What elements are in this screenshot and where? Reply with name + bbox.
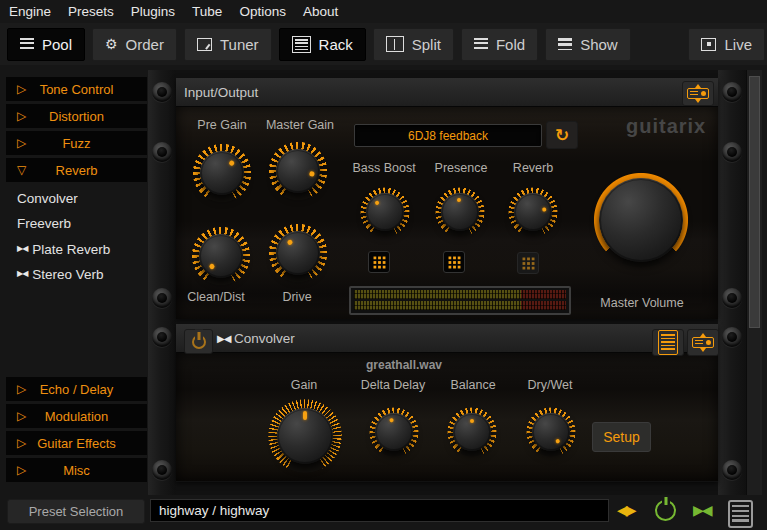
chevron-right-icon: ▷: [17, 464, 26, 476]
menu-options[interactable]: Options: [239, 4, 286, 19]
screw: [152, 82, 172, 102]
category-label: Modulation: [45, 409, 109, 424]
menu-presets[interactable]: Presets: [68, 4, 114, 19]
convolver-plugin-bar-button[interactable]: [687, 329, 719, 356]
plugin-label: Convolver: [17, 191, 78, 206]
sidebar-item-reverb[interactable]: ▽ Reverb: [6, 158, 147, 182]
jack-connect-icon[interactable]: ▶◀: [693, 503, 711, 517]
screw: [722, 460, 742, 480]
midi-grid-button-reverb[interactable]: [517, 252, 539, 274]
sidebar-item-distortion[interactable]: ▷ Distortion: [6, 104, 147, 128]
document-icon: [658, 330, 678, 355]
engine-power-icon[interactable]: [655, 500, 676, 521]
category-label: Distortion: [49, 109, 104, 124]
convolver-presets-button[interactable]: [652, 329, 684, 356]
preset-selection-label: Preset Selection: [29, 504, 124, 519]
stereo-icon: ▶◀: [17, 245, 27, 253]
pre-gain-label: Pre Gain: [197, 118, 246, 132]
screw: [152, 460, 172, 480]
delta-delay-knob[interactable]: [368, 406, 420, 458]
sidebar-item-guitar-effects[interactable]: ▷ Guitar Effects: [6, 431, 147, 455]
screw: [152, 142, 172, 162]
scrollbar-thumb[interactable]: [749, 76, 760, 328]
pre-gain-knob[interactable]: [191, 142, 253, 204]
bass-boost-knob[interactable]: [359, 186, 411, 238]
category-label: Guitar Effects: [37, 436, 116, 451]
split-button[interactable]: Split: [373, 28, 454, 61]
show-button[interactable]: Show: [545, 28, 631, 61]
pool-list-icon: [20, 38, 34, 50]
sidebar-item-freeverb[interactable]: Freeverb: [0, 213, 148, 233]
plugin-bar-button[interactable]: [682, 81, 714, 106]
sidebar-item-fuzz[interactable]: ▷ Fuzz: [6, 131, 147, 155]
pool-button[interactable]: Pool: [7, 28, 85, 61]
master-volume-knob[interactable]: [593, 172, 689, 268]
rack-icon: [292, 36, 311, 53]
fold-button[interactable]: Fold: [461, 28, 538, 61]
master-volume-label: Master Volume: [600, 296, 683, 310]
menu-about[interactable]: About: [303, 4, 338, 19]
tube-selector[interactable]: 6DJ8 feedback: [354, 124, 542, 147]
convolver-file-label: greathall.wav: [366, 358, 442, 372]
unit-title: Input/Output: [184, 85, 258, 100]
fold-icon: [474, 38, 488, 50]
order-button-label: Order: [126, 36, 164, 53]
category-label: Tone Control: [40, 82, 114, 97]
clean-dist-knob[interactable]: [190, 225, 252, 287]
sidebar-item-echo-delay[interactable]: ▷ Echo / Delay: [6, 377, 147, 401]
io-bypass-icon[interactable]: ◀▶: [617, 503, 635, 517]
reverb-label: Reverb: [513, 161, 553, 175]
sidebar-item-convolver[interactable]: Convolver: [0, 188, 148, 208]
dry-wet-knob[interactable]: [525, 406, 577, 458]
sidebar-item-modulation[interactable]: ▷ Modulation: [6, 404, 147, 428]
menu-tube[interactable]: Tube: [192, 4, 222, 19]
level-meter-row: [354, 301, 566, 310]
tuner-button-label: Tuner: [220, 36, 259, 53]
gain-knob[interactable]: [266, 397, 344, 475]
rack-button-label: Rack: [319, 36, 353, 53]
drive-knob[interactable]: [267, 222, 329, 284]
guitarix-logo: guitarix: [626, 115, 706, 138]
dry-wet-label: Dry/Wet: [528, 378, 573, 392]
setup-button[interactable]: Setup: [592, 422, 651, 452]
rack-button[interactable]: Rack: [279, 28, 366, 61]
midi-grid-button-presence[interactable]: [443, 251, 465, 273]
menubar: Engine Presets Plugins Tube Options Abou…: [0, 0, 767, 23]
master-gain-knob[interactable]: [267, 140, 329, 202]
midi-grid-button-bass-boost[interactable]: [368, 251, 390, 273]
sidebar-item-misc[interactable]: ▷ Misc: [6, 458, 147, 482]
chevron-right-icon: ▷: [17, 83, 26, 95]
preset-name-input[interactable]: [150, 499, 609, 522]
plugin-label: Stereo Verb: [32, 267, 103, 282]
split-button-label: Split: [412, 36, 441, 53]
rack-rail-left: [148, 70, 176, 495]
clean-dist-label: Clean/Dist: [187, 290, 245, 304]
log-window-icon[interactable]: [728, 500, 753, 528]
order-button[interactable]: ⚙ Order: [92, 28, 177, 61]
preset-selection-button[interactable]: Preset Selection: [7, 499, 145, 524]
convolver-power-button[interactable]: [184, 329, 213, 354]
master-gain-label: Master Gain: [266, 118, 334, 132]
chevron-right-icon: ▷: [17, 410, 26, 422]
live-button[interactable]: Live: [688, 28, 765, 61]
category-label: Fuzz: [62, 136, 90, 151]
presence-knob[interactable]: [434, 186, 486, 238]
chevron-right-icon: ▷: [17, 110, 26, 122]
tube-refresh-button[interactable]: ↻: [546, 121, 578, 149]
menu-engine[interactable]: Engine: [9, 4, 51, 19]
tuner-button[interactable]: Tuner: [184, 28, 272, 61]
reverb-knob[interactable]: [507, 186, 559, 238]
balance-knob[interactable]: [446, 406, 498, 458]
chevron-right-icon: ▷: [17, 383, 26, 395]
plugin-label: Freeverb: [17, 216, 71, 231]
guitarix-window: Engine Presets Plugins Tube Options Abou…: [0, 0, 767, 530]
sidebar-item-plate-reverb[interactable]: ▶◀ Plate Reverb: [0, 239, 148, 259]
gear-icon: ⚙: [105, 37, 118, 51]
rack-scrollbar[interactable]: [746, 70, 762, 495]
gain-label: Gain: [291, 378, 317, 392]
sidebar-item-stereo-verb[interactable]: ▶◀ Stereo Verb: [0, 264, 148, 284]
menu-plugins[interactable]: Plugins: [131, 4, 175, 19]
power-icon: [192, 335, 206, 349]
sidebar-item-tone-control[interactable]: ▷ Tone Control: [6, 77, 147, 101]
screw: [722, 327, 742, 347]
